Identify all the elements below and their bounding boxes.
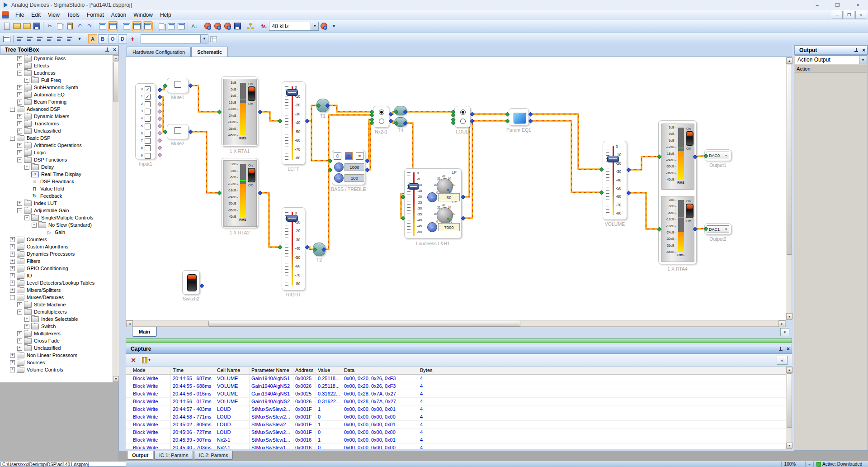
- channel-checkbox[interactable]: [145, 124, 151, 129]
- collapse-icon[interactable]: −: [17, 310, 22, 315]
- signal-wire[interactable]: [629, 157, 660, 170]
- signal-wire[interactable]: [311, 121, 330, 161]
- eq-icon[interactable]: [514, 113, 526, 124]
- expand-icon[interactable]: +: [17, 85, 22, 90]
- tree-item-effects[interactable]: +Effects: [0, 62, 119, 69]
- import-icon[interactable]: [22, 22, 31, 31]
- table-row[interactable]: Block Write20:45:02 - 809msLOUDStMuxSwSl…: [126, 421, 786, 429]
- expand-icon[interactable]: +: [10, 266, 15, 271]
- expand-icon[interactable]: +: [10, 244, 15, 249]
- collapse-columns-button[interactable]: «: [777, 356, 788, 365]
- signal-wire[interactable]: [259, 193, 281, 247]
- menu-view[interactable]: View: [44, 10, 63, 19]
- tab-hardware-configuration[interactable]: Hardware Configuration: [127, 47, 191, 57]
- tree-item-io[interactable]: +IO: [0, 272, 119, 279]
- tree-item-non-linear-processors[interactable]: +Non Linear Processors: [0, 352, 119, 359]
- tree-item-filters[interactable]: +Filters: [0, 257, 119, 265]
- value-spinner[interactable]: ⇔: [427, 192, 437, 202]
- tree-item-counters[interactable]: +Counters: [0, 236, 119, 243]
- bottom-tab-ic-1-params[interactable]: IC 1: Params: [154, 451, 193, 460]
- block-bass-treble[interactable]: ⊙≈≈⇔1000⇔100: [332, 150, 365, 185]
- bottom-tab-output[interactable]: Output: [127, 451, 153, 460]
- dac-select[interactable]: DAC0▾: [707, 152, 729, 159]
- collapse-icon[interactable]: −: [10, 295, 15, 300]
- selector-radio-1[interactable]: [379, 110, 384, 115]
- expand-icon[interactable]: +: [17, 92, 22, 97]
- tree-item-loudness[interactable]: −Loudness: [0, 69, 119, 76]
- tree-item-real-time-display[interactable]: ≈Real Time Display: [0, 171, 119, 178]
- expand-icon[interactable]: +: [17, 338, 22, 343]
- clear-capture-icon[interactable]: ✕: [129, 356, 138, 365]
- value-spinner[interactable]: ⇔: [334, 162, 344, 172]
- output-pin-icon[interactable]: [854, 48, 859, 52]
- sheet-list-dropdown[interactable]: ▼: [780, 328, 789, 336]
- expand-icon[interactable]: +: [24, 78, 29, 83]
- expand-icon[interactable]: +: [10, 367, 15, 372]
- channel-checkbox[interactable]: [145, 153, 151, 159]
- grid-edit-icon[interactable]: [209, 34, 218, 43]
- tree-item-full-freq[interactable]: +Full Freq: [0, 76, 119, 84]
- selector-radio-2[interactable]: [460, 119, 466, 124]
- bottom-tab-ic-2-params[interactable]: IC 2: Params: [194, 451, 233, 460]
- meter-onoff-switch[interactable]: [686, 204, 693, 218]
- signal-wire[interactable]: [401, 197, 403, 218]
- menu-file[interactable]: File: [12, 10, 28, 19]
- tree-item-unclassified[interactable]: +Unclassified: [0, 344, 119, 352]
- align-middle-icon[interactable]: [55, 34, 64, 43]
- tree-item-delay[interactable]: +Delay: [0, 163, 119, 171]
- expand-icon[interactable]: +: [17, 346, 22, 351]
- hierarchy-icon[interactable]: [246, 22, 255, 31]
- expand-icon[interactable]: +: [17, 100, 22, 105]
- table-row[interactable]: Block Write20:44:55 - 688msVOLUMEGain194…: [126, 382, 786, 390]
- pin-icon[interactable]: [105, 48, 109, 52]
- block-1-x-rta4[interactable]: 3dB -0dB --6dB --12dB --18dB --24dB --30…: [658, 120, 697, 264]
- table-row[interactable]: Block Write20:45:06 - 727msLOUDStMuxSwSl…: [126, 429, 786, 436]
- expand-icon[interactable]: +: [17, 56, 22, 61]
- collapse-icon[interactable]: −: [32, 223, 37, 228]
- dac-dropdown-icon[interactable]: ▾: [725, 227, 727, 231]
- mdi-minimize-button[interactable]: –: [832, 11, 843, 19]
- expand-icon[interactable]: +: [17, 302, 22, 307]
- tile-vertical-icon[interactable]: [177, 22, 186, 31]
- close-button[interactable]: ×: [848, 0, 868, 10]
- meter-onoff-switch[interactable]: [686, 131, 693, 146]
- export-params-icon[interactable]: [233, 22, 242, 31]
- copy-icon[interactable]: [55, 22, 64, 31]
- tree-item-subharmonic-synth[interactable]: +SubHarmonic Synth: [0, 84, 119, 91]
- meter-onoff-switch[interactable]: [248, 86, 255, 101]
- block-loudness-l-h1[interactable]: 0-5-10-15-20-25-30-35-40-45-50LPHP016324…: [404, 168, 462, 238]
- tree-item-custom-algorithms[interactable]: +Custom Algorithms: [0, 243, 119, 250]
- menu-help[interactable]: Help: [156, 10, 175, 19]
- tree-item-unclassified[interactable]: +Unclassified: [0, 127, 119, 134]
- signal-wire[interactable]: [259, 193, 281, 247]
- selector-radio-2[interactable]: [379, 119, 384, 124]
- schematic-canvas[interactable]: 0✓1✓23456789Input1Mute1Mute23dB -0dB --6…: [126, 57, 786, 320]
- signal-wire[interactable]: [328, 105, 372, 112]
- block-left[interactable]: 0-10-20-30-40-50-60-70-80: [282, 81, 305, 165]
- channel-checkbox[interactable]: [145, 131, 151, 137]
- tree-item-gain[interactable]: ▷Gain: [0, 229, 119, 236]
- block-volume[interactable]: 0-10-20-30-40-50-60-70-80: [603, 141, 627, 220]
- style-button-a[interactable]: A: [88, 34, 97, 43]
- canvas-hscrollbar[interactable]: ◄ ►: [126, 320, 786, 327]
- workspace-icon[interactable]: [122, 22, 131, 31]
- column-picker-icon[interactable]: ▼: [142, 356, 151, 365]
- table-row[interactable]: Block Write20:44:56 - 016msVOLUMEGain194…: [126, 390, 786, 398]
- open-project-icon[interactable]: [12, 22, 21, 31]
- expand-icon[interactable]: +: [17, 63, 22, 68]
- tree-item-no-slew-standard-[interactable]: −No Slew (Standard): [0, 221, 119, 229]
- compile-icon[interactable]: [223, 22, 232, 31]
- tree-toolbox-icon[interactable]: [108, 21, 118, 31]
- expand-icon[interactable]: +: [17, 143, 22, 148]
- collapse-icon[interactable]: −: [17, 157, 22, 162]
- sheet-tab-main[interactable]: Main: [132, 327, 157, 337]
- tree-item-dynamic-bass[interactable]: +Dynamic Bass: [0, 55, 119, 62]
- channel-checkbox[interactable]: [145, 109, 151, 114]
- block-switch2[interactable]: [182, 270, 200, 295]
- block-1-x-rta2[interactable]: 3dB -0dB --6dB --12dB --18dB --24dB --30…: [221, 158, 258, 228]
- sort-az-icon[interactable]: A↓: [190, 22, 199, 31]
- expand-icon[interactable]: +: [10, 273, 15, 278]
- expand-icon[interactable]: +: [10, 252, 15, 257]
- tree-scrollbar[interactable]: ▲ ▼: [113, 55, 118, 382]
- expand-icon[interactable]: +: [24, 324, 29, 329]
